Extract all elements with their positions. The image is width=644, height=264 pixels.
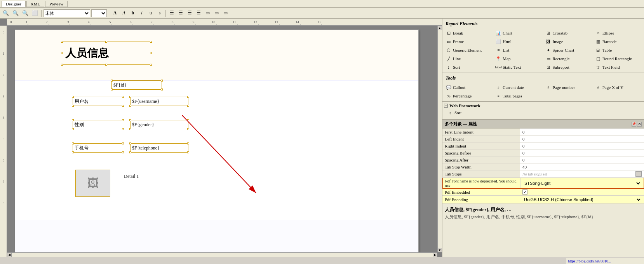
- pdf-embedded-checkbox[interactable]: ✓: [522, 189, 527, 195]
- handle-bc[interactable]: [105, 64, 107, 66]
- element-static-text[interactable]: label Static Text: [494, 63, 543, 71]
- handle-br[interactable]: [150, 64, 152, 66]
- title-element[interactable]: 人员信息: [62, 42, 151, 65]
- element-generic[interactable]: ⬡ Generic Element: [444, 46, 493, 54]
- element-image[interactable]: 🖼 Image: [544, 38, 593, 45]
- field-id[interactable]: $F{id}: [111, 80, 162, 90]
- element-frame[interactable]: ▭ Frame: [444, 38, 493, 45]
- handle-bl[interactable]: [72, 105, 74, 107]
- strike-btn[interactable]: s: [156, 9, 164, 17]
- scrollbar-v-track[interactable]: [437, 30, 442, 248]
- element-map[interactable]: 📍 Map: [494, 55, 543, 63]
- handle-br[interactable]: [122, 105, 124, 107]
- status-bar[interactable]: https://blog.csdn.net/u010...: [566, 258, 644, 264]
- wf-sort[interactable]: ↕ Sort: [446, 109, 641, 116]
- tool-total-pages[interactable]: # Total pages: [494, 92, 543, 100]
- handle-tl[interactable]: [72, 142, 74, 144]
- format-btn-7[interactable]: ▭: [221, 9, 229, 17]
- field-phone[interactable]: $F{telephone}: [130, 143, 188, 153]
- props-pin-btn[interactable]: 📌: [632, 122, 636, 127]
- handle-bl[interactable]: [129, 128, 131, 130]
- tab-stops-edit-btn[interactable]: …: [635, 171, 642, 177]
- handle-tl[interactable]: [129, 96, 131, 98]
- handle-tr[interactable]: [187, 142, 189, 144]
- align-center-btn[interactable]: ☰: [177, 9, 184, 17]
- bold-btn[interactable]: A: [111, 9, 119, 17]
- element-table[interactable]: ⊞ Table: [594, 46, 642, 54]
- handle-tr[interactable]: [150, 41, 152, 43]
- align-right-btn[interactable]: ☰: [186, 9, 193, 17]
- label-phone[interactable]: 手机号: [73, 143, 123, 153]
- handle-tl[interactable]: [129, 119, 131, 121]
- scrollbar-h-track[interactable]: [12, 253, 433, 257]
- handle-br[interactable]: [122, 128, 124, 130]
- element-break[interactable]: ⊡ Break: [444, 29, 493, 37]
- element-ellipse[interactable]: ○ Ellipse: [594, 29, 642, 37]
- label-gender[interactable]: 性别: [73, 120, 123, 129]
- handle-tr[interactable]: [122, 96, 124, 98]
- format-btn-5[interactable]: ▭: [204, 9, 211, 17]
- tab-xml[interactable]: XML: [26, 1, 44, 7]
- underline-btn[interactable]: u: [147, 9, 155, 17]
- tab-preview[interactable]: Preview: [45, 1, 68, 7]
- handle-bl[interactable]: [72, 128, 74, 130]
- handle-tc[interactable]: [105, 41, 107, 43]
- scroll-left-btn[interactable]: ◀: [7, 253, 12, 257]
- handle-tl[interactable]: [72, 119, 74, 121]
- handle-br[interactable]: [187, 105, 189, 107]
- align-left-btn[interactable]: ☰: [168, 9, 176, 17]
- handle-bl[interactable]: [111, 89, 113, 90]
- pdf-encoding-select[interactable]: UniGB-UCS2-H (Chinese Simplified): [522, 196, 642, 203]
- bold-b-btn[interactable]: b: [129, 9, 137, 17]
- handle-tr[interactable]: [161, 80, 163, 82]
- element-list[interactable]: ≡ List: [494, 46, 543, 54]
- image-placeholder[interactable]: 🖼: [75, 170, 110, 197]
- format-btn-6[interactable]: ▭: [212, 9, 220, 17]
- handle-bl[interactable]: [129, 105, 131, 107]
- element-chart[interactable]: 📊 Chart: [494, 29, 543, 37]
- label-username[interactable]: 用户名: [73, 97, 123, 106]
- element-subreport[interactable]: ⊡ Subreport: [544, 63, 593, 71]
- props-close-btn[interactable]: ✕: [637, 122, 642, 127]
- font-size-select[interactable]: [91, 9, 107, 17]
- handle-tr[interactable]: [122, 119, 124, 121]
- element-sort[interactable]: ↕ Sort: [444, 63, 493, 71]
- italic-btn[interactable]: A: [120, 9, 128, 17]
- scroll-right-btn[interactable]: ▶: [433, 253, 437, 257]
- element-crosstab[interactable]: ⊞ Crosstab: [544, 29, 593, 37]
- zoom-out-btn[interactable]: 🔍: [2, 9, 10, 17]
- handle-tl[interactable]: [111, 80, 113, 82]
- handle-tr[interactable]: [187, 119, 189, 121]
- handle-lc[interactable]: [61, 52, 63, 54]
- tool-percentage[interactable]: % Percentage: [444, 92, 493, 100]
- tool-page-x-of-y[interactable]: # Page X of Y: [594, 83, 642, 91]
- zoom-in-btn[interactable]: 🔍: [21, 9, 30, 17]
- handle-rc[interactable]: [150, 52, 152, 54]
- tool-current-date[interactable]: # Current date: [494, 83, 543, 91]
- collapse-web-framework[interactable]: −: [444, 104, 448, 108]
- scroll-up-btn[interactable]: ▲: [437, 26, 442, 30]
- element-round-rectangle[interactable]: ▢ Round Rectangle: [594, 55, 642, 63]
- element-barcode[interactable]: ▦ Barcode: [594, 38, 642, 45]
- print-btn[interactable]: ⬜: [31, 9, 39, 17]
- handle-bl[interactable]: [129, 151, 131, 153]
- italic-i-btn[interactable]: i: [138, 9, 146, 17]
- scroll-down-btn[interactable]: ▼: [437, 248, 442, 252]
- handle-tr[interactable]: [187, 96, 189, 98]
- element-text-field[interactable]: T Text Field: [594, 63, 642, 71]
- handle-tr[interactable]: [122, 142, 124, 144]
- handle-bl[interactable]: [61, 64, 63, 66]
- pdf-font-select[interactable]: STSong-Light: [523, 180, 641, 186]
- field-gender[interactable]: $F{gender}: [130, 120, 188, 129]
- field-username[interactable]: $F{username}: [130, 97, 188, 106]
- element-spider-chart[interactable]: ✦ Spider Chart: [544, 46, 593, 54]
- font-family-select[interactable]: 宋体: [44, 9, 90, 17]
- tool-page-number[interactable]: # Page number: [544, 83, 593, 91]
- tab-designer[interactable]: Designer: [2, 1, 26, 7]
- scrollbar-h[interactable]: ◀ ▶: [7, 252, 437, 257]
- zoom-normal-btn[interactable]: 🔍: [11, 9, 20, 17]
- element-line[interactable]: ╱ Line: [444, 55, 493, 63]
- handle-tl[interactable]: [72, 96, 74, 98]
- handle-br[interactable]: [187, 151, 189, 153]
- tool-callout[interactable]: 💬 Callout: [444, 83, 493, 91]
